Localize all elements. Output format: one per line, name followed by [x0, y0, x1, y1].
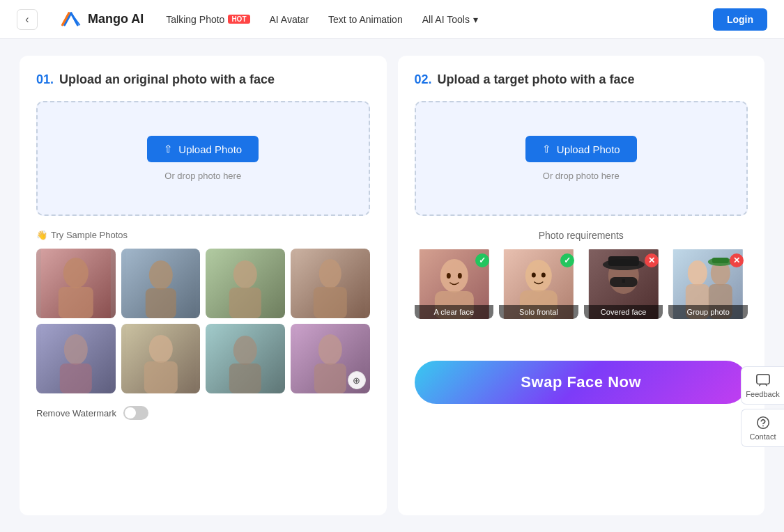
nav-talking-photo[interactable]: Talking Photo HOT [166, 14, 249, 25]
svg-point-16 [148, 335, 172, 363]
feedback-icon [755, 373, 771, 388]
nav-all-ai-tools[interactable]: All AI Tools ▾ [422, 14, 478, 25]
svg-rect-17 [144, 361, 177, 393]
feedback-label: Feedback [746, 390, 779, 398]
right-upload-button[interactable]: ⇧ Upload Photo [525, 136, 637, 162]
req-badge-group-photo: ✕ [730, 253, 744, 267]
watermark-label: Remove Watermark [36, 408, 116, 418]
back-button[interactable]: ‹ [17, 9, 38, 30]
swap-face-button[interactable]: Swap Face Now [415, 361, 748, 404]
left-drop-text: Or drop photo here [164, 171, 241, 181]
logo-text: Mango AI [88, 12, 144, 26]
right-panel: 02. Upload a target photo with a face ⇧ … [398, 56, 765, 515]
step-01: 01. [36, 72, 54, 87]
req-label-clear-face: A clear face [415, 305, 494, 319]
svg-point-41 [688, 260, 707, 285]
header: ‹ Mango AI Talking Photo HOT AI Avatar T… [0, 0, 784, 39]
req-label-group-photo: Group photo [668, 305, 748, 319]
svg-rect-39 [622, 279, 625, 283]
main-nav: Talking Photo HOT AI Avatar Text to Anim… [166, 14, 478, 25]
main-content: 01. Upload an original photo with a face… [0, 39, 784, 532]
watermark-toggle[interactable] [123, 406, 148, 420]
sample-item[interactable] [121, 249, 201, 318]
sample-item[interactable] [291, 249, 370, 318]
req-badge-clear-face: ✓ [475, 253, 489, 267]
logo-icon [60, 10, 82, 29]
scroll-hint: ⊕ [348, 371, 366, 389]
photo-req-title: Photo requirements [415, 230, 748, 241]
svg-point-49 [762, 425, 764, 427]
side-actions: Feedback Contact [741, 366, 784, 448]
sample-label: 👋 Try Sample Photos [36, 230, 370, 240]
left-upload-zone[interactable]: ⇧ Upload Photo Or drop photo here [36, 101, 370, 216]
left-upload-button[interactable]: ⇧ Upload Photo [147, 136, 259, 162]
upload-icon: ⇧ [164, 143, 173, 155]
svg-rect-47 [756, 375, 769, 384]
svg-rect-46 [712, 258, 729, 263]
svg-rect-8 [229, 288, 261, 318]
svg-rect-2 [59, 287, 93, 318]
sample-item[interactable]: ⊕ [291, 324, 370, 393]
sample-item[interactable] [121, 324, 201, 393]
svg-point-25 [440, 259, 468, 292]
right-drop-text: Or drop photo here [543, 171, 620, 181]
requirements-grid: ✓ A clear face ✓ Solo frontal [415, 249, 748, 319]
sample-item[interactable] [206, 249, 285, 318]
svg-point-7 [233, 260, 257, 288]
svg-point-30 [525, 260, 552, 292]
contact-label: Contact [750, 432, 776, 441]
req-group-photo: ✕ Group photo [668, 249, 748, 319]
req-covered-face: ✕ Covered face [584, 249, 663, 319]
svg-point-33 [541, 273, 546, 278]
req-badge-solo-frontal: ✓ [560, 253, 574, 267]
svg-point-4 [148, 260, 172, 290]
req-clear-face: ✓ A clear face [415, 249, 494, 319]
left-panel-title: 01. Upload an original photo with a face [36, 72, 370, 87]
svg-point-19 [233, 336, 257, 365]
req-solo-frontal: ✓ Solo frontal [499, 249, 578, 319]
hot-badge: HOT [228, 15, 249, 24]
right-panel-title: 02. Upload a target photo with a face [415, 72, 748, 87]
sample-item[interactable] [206, 324, 285, 393]
svg-point-1 [63, 258, 89, 288]
sample-emoji: 👋 [36, 230, 47, 240]
toggle-knob [125, 407, 136, 418]
svg-rect-37 [608, 256, 639, 266]
header-left: ‹ Mango AI Talking Photo HOT AI Avatar T… [17, 9, 478, 30]
upload-icon-right: ⇧ [542, 143, 551, 155]
contact-button[interactable]: Contact [741, 409, 784, 447]
left-panel: 01. Upload an original photo with a face… [20, 56, 387, 515]
login-button[interactable]: Login [713, 8, 767, 31]
svg-point-10 [319, 259, 341, 288]
logo: Mango AI [60, 10, 144, 29]
step-02: 02. [415, 72, 432, 87]
sample-item[interactable] [36, 324, 116, 393]
sample-item[interactable] [36, 249, 116, 318]
svg-point-22 [318, 334, 342, 365]
svg-point-27 [446, 273, 450, 279]
svg-rect-23 [314, 363, 346, 393]
req-label-solo-frontal: Solo frontal [499, 305, 578, 319]
svg-rect-11 [314, 287, 347, 318]
svg-point-48 [757, 417, 769, 429]
right-upload-zone[interactable]: ⇧ Upload Photo Or drop photo here [415, 101, 748, 216]
svg-rect-20 [229, 363, 261, 393]
chevron-down-icon: ▾ [473, 14, 478, 25]
watermark-row: Remove Watermark [36, 406, 370, 420]
svg-point-28 [457, 273, 461, 279]
svg-rect-14 [60, 363, 92, 393]
svg-rect-5 [145, 288, 176, 318]
sample-grid: ⊕ [36, 249, 370, 393]
feedback-button[interactable]: Feedback [741, 366, 784, 405]
req-label-covered-face: Covered face [584, 305, 663, 319]
svg-point-32 [532, 273, 536, 278]
contact-icon [755, 415, 771, 430]
svg-point-13 [64, 334, 88, 365]
nav-ai-avatar[interactable]: AI Avatar [270, 14, 309, 25]
nav-text-to-animation[interactable]: Text to Animation [328, 14, 403, 25]
